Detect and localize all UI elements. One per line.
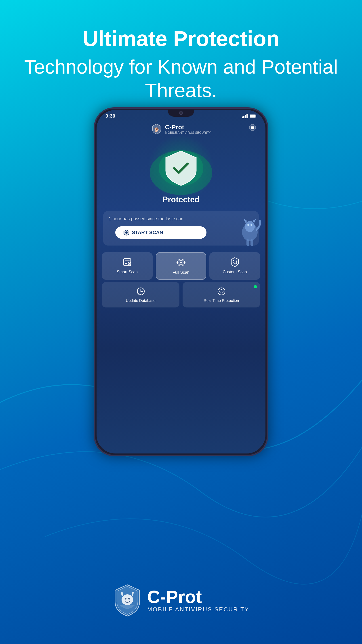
svg-point-16 — [251, 224, 252, 226]
battery-icon — [250, 114, 257, 118]
robot-mascot — [230, 214, 261, 250]
svg-point-17 — [125, 232, 128, 234]
protected-section: Protected — [96, 139, 266, 206]
svg-rect-5 — [256, 116, 256, 117]
full-scan-icon — [176, 257, 186, 268]
realtime-protection-icon — [217, 286, 226, 296]
phone-camera — [179, 111, 183, 115]
svg-point-15 — [247, 224, 249, 226]
custom-scan-label: Custom Scan — [223, 270, 247, 274]
bottom-options-grid: Update Database Real Time Protection — [96, 282, 266, 312]
svg-point-22 — [180, 262, 182, 264]
svg-point-33 — [125, 598, 126, 600]
update-database-card[interactable]: Update Database — [102, 282, 179, 308]
scan-info-message: 1 hour has passed since the last scan. — [109, 216, 188, 222]
hero-section: Ultimate Protection Technology for Known… — [0, 27, 362, 102]
update-database-label: Update Database — [126, 298, 155, 303]
app-name: C-Prot — [165, 124, 184, 130]
phone-mockup: 9:30 — [94, 107, 268, 456]
brand-name: C-Prot — [147, 588, 249, 606]
svg-line-28 — [236, 263, 238, 264]
realtime-protection-card[interactable]: Real Time Protection — [183, 282, 260, 308]
start-scan-label: START SCAN — [132, 230, 163, 236]
scan-info-card: 1 hour has passed since the last scan. — [103, 211, 259, 246]
brand-tagline: MOBILE ANTIVIRUS SECURITY — [147, 606, 249, 613]
active-indicator — [254, 285, 257, 288]
svg-point-31 — [220, 290, 223, 293]
svg-rect-3 — [247, 114, 248, 118]
phone-outer: 9:30 — [94, 107, 268, 456]
svg-text:🐕: 🐕 — [154, 127, 159, 132]
realtime-protection-label: Real Time Protection — [204, 298, 239, 303]
svg-point-12 — [245, 221, 255, 232]
svg-rect-1 — [243, 116, 245, 118]
status-time: 9:30 — [105, 113, 115, 119]
svg-rect-13 — [247, 239, 249, 246]
menu-icon[interactable] — [249, 124, 257, 133]
hero-title: Ultimate Protection — [18, 27, 344, 50]
cprot-logo-icon: 🐕 — [151, 124, 162, 134]
smart-scan-icon — [122, 257, 132, 268]
smart-scan-label: Smart Scan — [117, 270, 138, 274]
brand-text: C-Prot MOBILE ANTIVIRUS SECURITY — [147, 588, 249, 613]
shield-container — [156, 144, 206, 193]
app-tagline: MOBILE ANTIVIRUS SECURITY — [165, 131, 211, 134]
custom-scan-card[interactable]: Custom Scan — [209, 252, 260, 280]
svg-point-32 — [122, 594, 133, 605]
smart-scan-card[interactable]: Smart Scan — [102, 252, 153, 280]
full-scan-label: Full Scan — [173, 270, 189, 275]
svg-rect-0 — [242, 116, 243, 118]
scan-options-grid: Smart Scan Full Scan — [96, 250, 266, 282]
svg-point-30 — [218, 288, 225, 295]
full-scan-card[interactable]: Full Scan — [156, 252, 206, 280]
brand-shield-icon — [113, 584, 142, 617]
svg-rect-6 — [250, 115, 255, 117]
svg-point-34 — [128, 598, 130, 600]
start-scan-button[interactable]: START SCAN — [115, 226, 206, 239]
app-logo: 🐕 C-Prot MOBILE ANTIVIRUS SECURITY — [151, 124, 211, 134]
phone-screen: 9:30 — [96, 110, 266, 454]
shield-check-icon — [163, 149, 199, 187]
svg-rect-14 — [251, 239, 253, 246]
custom-scan-icon — [230, 257, 240, 268]
signal-icon — [242, 114, 248, 118]
hero-subtitle: Technology for Known and Potential Threa… — [18, 55, 344, 102]
update-database-icon — [136, 286, 146, 296]
scan-button-icon — [123, 230, 130, 236]
svg-rect-2 — [245, 115, 246, 118]
status-icons — [242, 114, 257, 118]
phone-notch — [168, 109, 194, 117]
bottom-brand: C-Prot MOBILE ANTIVIRUS SECURITY — [113, 584, 249, 617]
